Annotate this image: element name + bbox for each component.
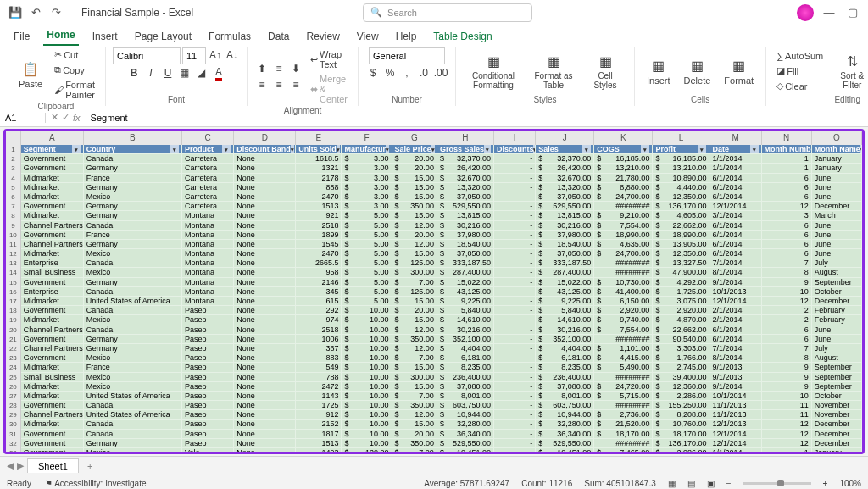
table-cell[interactable]: - [494, 382, 536, 392]
table-cell[interactable]: 8/1/2014 [709, 268, 761, 277]
table-cell[interactable]: Germany [84, 278, 182, 287]
table-cell[interactable]: $2,745.00 [653, 363, 709, 372]
table-row[interactable]: 6MidmarketMexicoCarreteraNone2470$3.00$1… [6, 192, 862, 202]
table-cell[interactable]: - [494, 258, 536, 268]
table-cell[interactable]: $125.00 [392, 258, 437, 268]
table-cell[interactable]: June [812, 192, 862, 202]
wrap-text-button[interactable]: ↩ Wrap Text [307, 47, 351, 71]
table-cell[interactable]: Midmarket [21, 192, 84, 202]
table-cell[interactable]: 1/1/2014 [709, 164, 761, 173]
table-header-cell[interactable]: Month Name▾ [812, 145, 862, 154]
table-cell[interactable]: $4,404.00 [536, 344, 594, 353]
table-cell[interactable]: $30,216.00 [536, 325, 594, 335]
table-cell[interactable]: $10.00 [342, 306, 392, 315]
table-cell[interactable]: $9,225.00 [536, 297, 594, 306]
zoom-out-icon[interactable]: − [726, 479, 732, 488]
table-cell[interactable]: - [494, 154, 536, 164]
table-cell[interactable]: - [494, 410, 536, 420]
fill-color-button[interactable]: ◢ [194, 65, 209, 81]
table-cell[interactable]: $24,700.00 [594, 192, 653, 202]
table-cell[interactable]: $13,320.00 [536, 183, 594, 192]
search-box[interactable]: 🔍 Search [363, 3, 532, 22]
table-cell[interactable]: June [812, 231, 862, 240]
table-cell[interactable]: 9 [762, 278, 812, 287]
align-middle-icon[interactable]: ≡ [271, 61, 287, 76]
sheet-nav-prev-icon[interactable]: ◀ [7, 460, 14, 471]
table-cell[interactable]: $5,840.00 [536, 306, 594, 315]
table-cell[interactable]: 1 [762, 154, 812, 164]
table-cell[interactable]: $5.00 [342, 221, 392, 231]
table-cell[interactable]: Germany [84, 183, 182, 192]
table-cell[interactable]: - [494, 221, 536, 231]
table-cell[interactable]: 6/1/2014 [709, 240, 761, 249]
table-cell[interactable]: $4,404.00 [437, 344, 494, 353]
table-cell[interactable]: $43,125.00 [536, 287, 594, 297]
table-cell[interactable]: October [812, 392, 862, 401]
table-cell[interactable]: June [812, 174, 862, 183]
table-cell[interactable]: 1/1/2014 [709, 154, 761, 164]
table-cell[interactable]: Montana [182, 297, 234, 306]
table-cell[interactable]: Paseo [182, 344, 234, 353]
table-cell[interactable]: $1,725.00 [653, 287, 709, 297]
table-cell[interactable]: Paseo [182, 420, 234, 429]
table-cell[interactable]: - [494, 420, 536, 429]
table-cell[interactable]: Government [21, 430, 84, 439]
table-cell[interactable]: $10.00 [342, 382, 392, 392]
table-cell[interactable]: $8,001.00 [536, 392, 594, 401]
fx-icon[interactable]: fx [73, 113, 81, 123]
table-cell[interactable]: 1513 [296, 439, 342, 448]
table-cell[interactable]: June [812, 249, 862, 258]
table-cell[interactable]: 2665.5 [296, 258, 342, 268]
table-cell[interactable]: - [494, 249, 536, 258]
table-cell[interactable]: 9 [762, 382, 812, 392]
add-sheet-icon[interactable]: + [82, 461, 97, 471]
table-cell[interactable]: 9/1/2013 [709, 373, 761, 382]
comma-icon[interactable]: , [399, 65, 415, 81]
table-cell[interactable]: - [494, 287, 536, 297]
table-cell[interactable]: Montana [182, 287, 234, 297]
table-cell[interactable]: $10.00 [342, 353, 392, 363]
table-cell[interactable]: Midmarket [21, 382, 84, 392]
table-cell[interactable]: 10/1/2013 [709, 287, 761, 297]
table-cell[interactable]: $120.00 [342, 448, 392, 452]
table-cell[interactable]: Canada [84, 430, 182, 439]
filter-dropdown-icon[interactable]: ▾ [72, 145, 81, 153]
table-row[interactable]: 22Channel PartnersGermanyPaseoNone367$10… [6, 344, 862, 353]
table-cell[interactable]: 2472 [296, 382, 342, 392]
table-cell[interactable]: 12 [762, 439, 812, 448]
tab-review[interactable]: Review [303, 27, 342, 46]
table-cell[interactable]: 1513 [296, 202, 342, 211]
table-cell[interactable]: 1817 [296, 430, 342, 439]
table-row[interactable]: 3GovernmentGermanyCarreteraNone1321$3.00… [6, 164, 862, 173]
table-cell[interactable]: 1321 [296, 164, 342, 173]
table-cell[interactable]: Government [21, 278, 84, 287]
table-cell[interactable]: October [812, 287, 862, 297]
column-header[interactable]: O [812, 131, 862, 145]
table-cell[interactable]: $18,170.00 [653, 430, 709, 439]
table-cell[interactable]: United States of America [84, 392, 182, 401]
table-cell[interactable]: $20.00 [392, 164, 437, 173]
table-cell[interactable]: Government [21, 448, 84, 452]
table-cell[interactable]: Canada [84, 258, 182, 268]
table-cell[interactable]: $287,400.00 [437, 268, 494, 277]
autosum-button[interactable]: ∑ AutoSum [773, 49, 826, 63]
table-cell[interactable]: $32,670.00 [536, 174, 594, 183]
table-cell[interactable]: $5.00 [342, 287, 392, 297]
table-cell[interactable]: ######## [594, 401, 653, 410]
table-cell[interactable]: 1899 [296, 231, 342, 240]
table-cell[interactable]: Government [21, 164, 84, 173]
table-cell[interactable]: $32,370.00 [536, 154, 594, 164]
table-cell[interactable]: 549 [296, 363, 342, 372]
column-header[interactable]: F [342, 131, 392, 145]
table-cell[interactable]: $12.00 [392, 410, 437, 420]
table-cell[interactable]: Midmarket [21, 392, 84, 401]
table-cell[interactable]: None [234, 268, 296, 277]
table-cell[interactable]: $15,022.00 [536, 278, 594, 287]
table-cell[interactable]: 10 [762, 287, 812, 297]
table-cell[interactable]: Government [21, 439, 84, 448]
table-cell[interactable]: $18,990.00 [653, 231, 709, 240]
column-header[interactable]: A [21, 131, 84, 145]
table-cell[interactable]: $30,216.00 [437, 325, 494, 335]
table-cell[interactable]: 6/1/2014 [709, 174, 761, 183]
table-cell[interactable]: France [84, 174, 182, 183]
